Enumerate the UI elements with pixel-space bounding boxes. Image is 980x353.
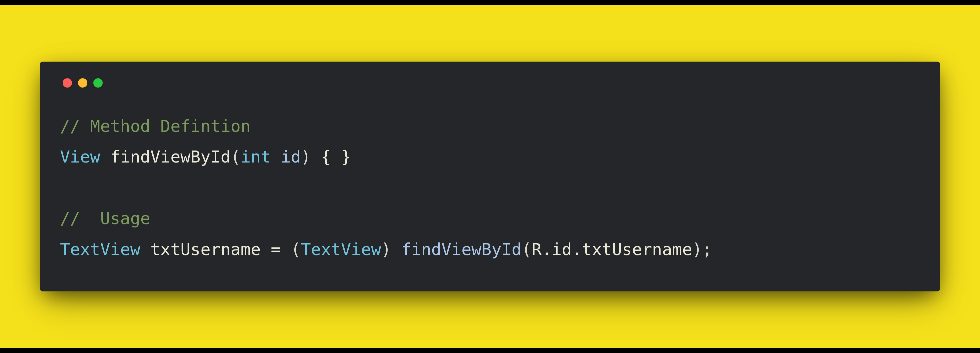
minimize-icon[interactable]: [78, 78, 88, 87]
code-punct: (: [231, 147, 241, 166]
code-semi: ;: [702, 240, 712, 259]
code-decl-type: TextView: [60, 240, 140, 259]
code-call-name: findViewById: [401, 240, 522, 259]
code-var-name: txtUsername: [150, 240, 261, 259]
window-titlebar: [60, 78, 920, 87]
code-punct: ): [692, 240, 702, 259]
code-punct: ): [381, 240, 391, 259]
code-punct: (: [522, 240, 532, 259]
code-comment: // Method Defintion: [60, 117, 251, 136]
code-punct: (: [291, 240, 301, 259]
code-block: // Method Defintion View findViewById(in…: [60, 111, 920, 265]
maximize-icon[interactable]: [93, 78, 103, 87]
code-eq: =: [261, 240, 291, 259]
close-icon[interactable]: [63, 78, 72, 87]
code-param-name: id: [281, 147, 301, 166]
code-cast-type: TextView: [301, 240, 381, 259]
code-arg: R.id.txtUsername: [532, 240, 692, 259]
code-blank-line: [60, 178, 70, 198]
code-punct: ): [301, 147, 311, 166]
code-method-name: findViewById: [110, 147, 231, 166]
code-param-type: int: [241, 147, 270, 166]
code-window: // Method Defintion View findViewById(in…: [40, 62, 940, 292]
code-return-type: View: [60, 147, 100, 166]
code-comment: // Usage: [60, 209, 150, 228]
code-body: { }: [311, 147, 351, 166]
page-background: // Method Defintion View findViewById(in…: [0, 0, 980, 353]
